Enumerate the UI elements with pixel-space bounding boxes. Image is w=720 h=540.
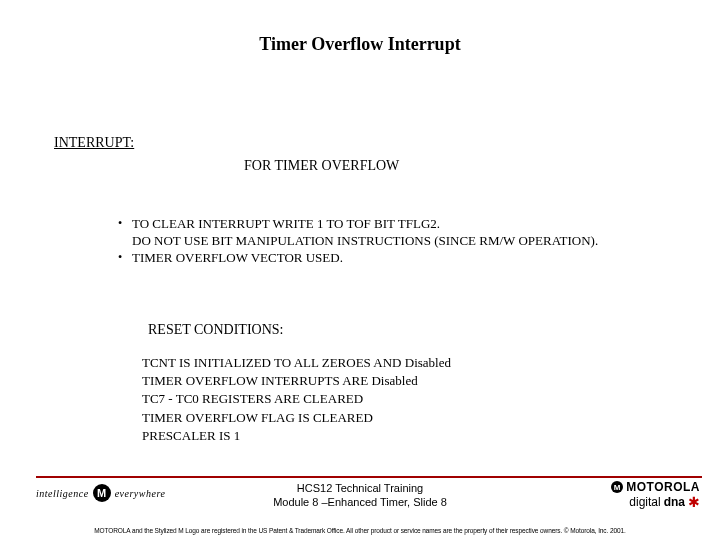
motorola-brand: M MOTOROLA bbox=[611, 480, 700, 494]
motorola-m-icon: M bbox=[93, 484, 111, 502]
slide: Timer Overflow Interrupt INTERRUPT: FOR … bbox=[0, 0, 720, 540]
dna-word1: digital bbox=[629, 495, 660, 509]
interrupt-heading-text: INTERRUPT: bbox=[54, 135, 134, 150]
slide-title: Timer Overflow Interrupt bbox=[0, 34, 720, 55]
digital-dna: digitaldna ✱ bbox=[611, 495, 700, 509]
logo-right: M MOTOROLA digitaldna ✱ bbox=[611, 480, 700, 509]
bullet-continuation: DO NOT USE BIT MANIPULATION INSTRUCTIONS… bbox=[132, 233, 598, 250]
reset-line: TCNT IS INITIALIZED TO ALL ZEROES AND Di… bbox=[142, 354, 451, 372]
dna-word2: dna bbox=[664, 495, 685, 509]
dna-star-icon: ✱ bbox=[688, 495, 700, 509]
subtitle: FOR TIMER OVERFLOW bbox=[244, 158, 399, 174]
bullet-list: TO CLEAR INTERRUPT WRITE 1 TO TOF BIT TF… bbox=[118, 216, 598, 267]
interrupt-heading: INTERRUPT: bbox=[54, 135, 134, 151]
bullet-item: TIMER OVERFLOW VECTOR USED. bbox=[118, 250, 598, 267]
divider-line bbox=[36, 476, 702, 478]
reset-line: TC7 - TC0 REGISTERS ARE CLEARED bbox=[142, 390, 451, 408]
logo-left: intelligence M everywhere bbox=[36, 484, 165, 502]
reset-line: TIMER OVERFLOW INTERRUPTS ARE Disabled bbox=[142, 372, 451, 390]
logo-left-word2: everywhere bbox=[115, 488, 166, 499]
fineprint: MOTOROLA and the Stylized M Logo are reg… bbox=[0, 527, 720, 534]
reset-line: TIMER OVERFLOW FLAG IS CLEARED bbox=[142, 409, 451, 427]
bullet-item: TO CLEAR INTERRUPT WRITE 1 TO TOF BIT TF… bbox=[118, 216, 598, 250]
logo-left-word1: intelligence bbox=[36, 488, 89, 499]
motorola-m-icon: M bbox=[611, 481, 623, 493]
reset-line: PRESCALER IS 1 bbox=[142, 427, 451, 445]
bullet-text: TO CLEAR INTERRUPT WRITE 1 TO TOF BIT TF… bbox=[132, 216, 440, 231]
reset-heading: RESET CONDITIONS: bbox=[148, 322, 283, 338]
bullet-text: TIMER OVERFLOW VECTOR USED. bbox=[132, 250, 343, 265]
reset-list: TCNT IS INITIALIZED TO ALL ZEROES AND Di… bbox=[142, 354, 451, 445]
motorola-brand-text: MOTOROLA bbox=[626, 480, 700, 494]
